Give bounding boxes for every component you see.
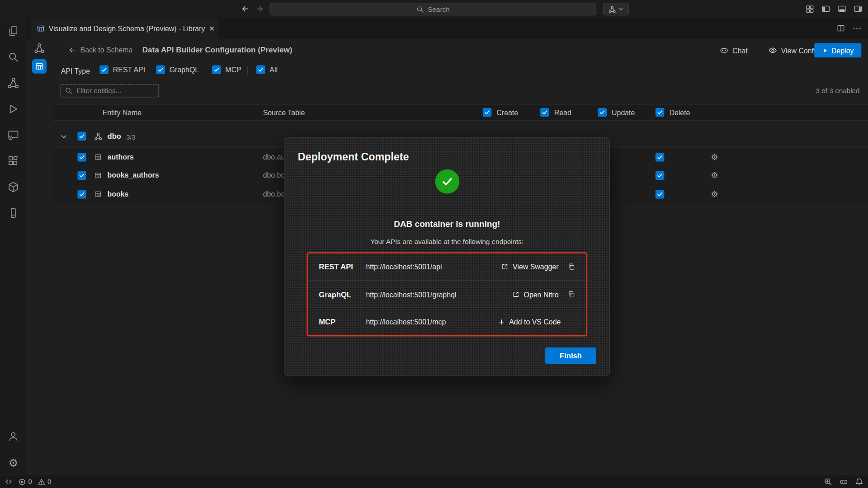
mcp-checkbox[interactable] <box>212 65 221 74</box>
dialog-title: Deployment Complete <box>298 151 409 163</box>
tab-bar: Visualize and Design Schema (Preview) - … <box>27 18 868 38</box>
open-nitro-link[interactable]: Open Nitro <box>512 290 559 298</box>
chevron-down-icon[interactable] <box>59 132 68 141</box>
editor-actions: ⋯ <box>836 24 861 33</box>
more-actions-icon[interactable]: ⋯ <box>853 24 862 33</box>
vscode-window: Search ⚙ Visualize and Design Schema (Pr… <box>0 0 868 488</box>
read-all-checkbox[interactable] <box>540 108 549 117</box>
schema-view-icon[interactable] <box>34 42 45 53</box>
view-config-button[interactable]: View Config <box>769 46 820 55</box>
row-select-checkbox[interactable] <box>77 171 86 180</box>
success-check-icon <box>435 169 459 194</box>
copilot-icon[interactable] <box>839 477 848 486</box>
table-icon <box>94 153 102 161</box>
entity-table-header: Entity Name Source Table Create Read Upd… <box>52 104 868 121</box>
container-icon[interactable] <box>6 180 20 194</box>
dab-config-view-icon[interactable] <box>32 59 47 74</box>
all-checkbox[interactable] <box>256 65 265 74</box>
remote-indicator[interactable] <box>5 478 13 486</box>
graphql-checkbox[interactable] <box>156 65 165 74</box>
check-icon <box>101 66 108 73</box>
filter-entities-wrap <box>60 84 159 97</box>
row-settings-gear-icon[interactable]: ⚙ <box>711 153 718 161</box>
run-debug-icon[interactable] <box>6 102 20 116</box>
settings-gear-icon[interactable]: ⚙ <box>6 456 20 470</box>
endpoint-url: http://localhost:5001/mcp <box>366 318 446 326</box>
tab-visualize-design-schema[interactable]: Visualize and Design Schema (Preview) - … <box>31 18 218 38</box>
toggle-panel-icon[interactable] <box>838 5 847 14</box>
row-settings-gear-icon[interactable]: ⚙ <box>711 171 718 179</box>
warnings-indicator[interactable]: 0 <box>38 478 51 485</box>
chevron-down-icon <box>618 6 623 12</box>
activity-bar: ⚙ <box>0 18 27 474</box>
storage-icon[interactable] <box>6 206 20 221</box>
row-delete-checkbox[interactable] <box>656 171 665 180</box>
status-bar: 0 0 <box>0 475 868 488</box>
copilot-icon <box>720 46 729 55</box>
group-checkbox[interactable] <box>77 131 86 141</box>
account-icon[interactable] <box>6 429 20 444</box>
search-icon[interactable] <box>6 50 20 64</box>
row-select-checkbox[interactable] <box>77 153 86 162</box>
back-to-schema-link[interactable]: Back to Schema <box>68 46 133 54</box>
check-icon <box>599 109 606 116</box>
check-icon <box>656 154 663 160</box>
remote-explorer-icon[interactable] <box>6 128 20 142</box>
error-count: 0 <box>28 478 32 485</box>
notifications-bell-icon[interactable] <box>855 477 864 486</box>
schema-explorer-icon[interactable] <box>6 76 20 90</box>
chat-label: Chat <box>732 46 748 54</box>
check-icon <box>542 109 548 116</box>
create-all-checkbox[interactable] <box>483 108 492 117</box>
documents-icon[interactable] <box>6 24 20 38</box>
entity-name: books_authors <box>108 171 159 179</box>
copy-url-icon[interactable] <box>567 291 575 298</box>
check-icon <box>257 66 264 73</box>
view-swagger-link[interactable]: View Swagger <box>501 263 558 271</box>
plus-icon <box>498 318 505 326</box>
statusbar-right <box>824 477 863 486</box>
toggle-secondary-sidebar-icon[interactable] <box>854 5 863 14</box>
history-forward-button[interactable] <box>255 5 264 14</box>
endpoint-action-label: Add to VS Code <box>509 318 561 326</box>
enabled-summary: 3 of 3 enabled <box>816 87 860 94</box>
search-icon <box>416 5 424 13</box>
create-label: Create <box>496 108 518 116</box>
back-label: Back to Schema <box>80 46 133 54</box>
finish-button[interactable]: Finish <box>545 347 596 364</box>
col-read: Read <box>540 108 571 117</box>
toggle-primary-sidebar-icon[interactable] <box>821 5 830 14</box>
row-delete-checkbox[interactable] <box>656 190 665 199</box>
endpoint-name: REST API <box>319 263 366 271</box>
col-entity-name: Entity Name <box>103 108 142 117</box>
row-delete-checkbox[interactable] <box>656 153 665 162</box>
row-settings-gear-icon[interactable]: ⚙ <box>711 190 718 198</box>
eye-icon <box>769 46 778 55</box>
customize-layout-icon[interactable] <box>806 5 815 14</box>
extensions-icon[interactable] <box>6 154 20 168</box>
col-update: Update <box>598 108 635 117</box>
update-all-checkbox[interactable] <box>598 108 607 117</box>
endpoint-row-rest: REST API http://localhost:5001/api View … <box>308 253 586 281</box>
tab-close-icon[interactable]: ✕ <box>209 24 215 33</box>
split-editor-icon[interactable] <box>836 24 845 33</box>
copy-url-icon[interactable] <box>567 263 575 271</box>
deploy-button[interactable]: Deploy <box>814 43 861 58</box>
filter-entities-input[interactable] <box>60 84 159 97</box>
command-center-search[interactable]: Search <box>269 3 596 15</box>
layout-controls <box>806 5 863 14</box>
delete-all-checkbox[interactable] <box>656 108 665 117</box>
session-dropdown-button[interactable] <box>603 3 629 15</box>
zoom-icon[interactable] <box>824 477 833 486</box>
row-select-checkbox[interactable] <box>77 190 86 199</box>
errors-indicator[interactable]: 0 <box>18 478 32 485</box>
deploy-label: Deploy <box>831 46 854 54</box>
group-count: 3/3 <box>126 133 135 141</box>
add-to-vscode-link[interactable]: Add to VS Code <box>498 318 561 326</box>
chat-button[interactable]: Chat <box>720 46 748 55</box>
check-icon <box>656 191 663 197</box>
rest-api-checkbox[interactable] <box>99 65 108 74</box>
endpoint-row-graphql: GraphQL http://localhost:5001/graphql Op… <box>308 280 586 308</box>
designer-toolbar <box>27 39 53 475</box>
history-back-button[interactable] <box>241 5 250 14</box>
